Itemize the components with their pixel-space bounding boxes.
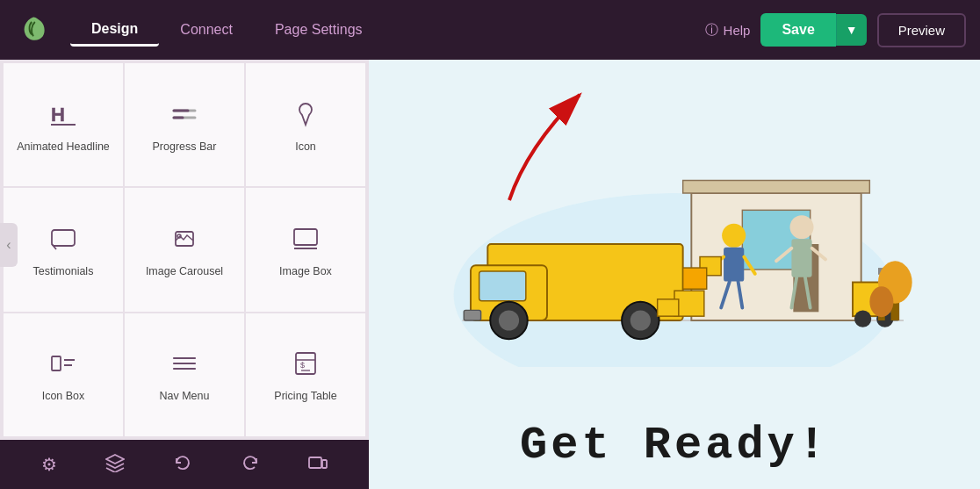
svg-point-64 (869, 286, 893, 317)
widget-progress-bar-label: Progress Bar (153, 140, 217, 154)
svg-rect-24 (322, 460, 327, 468)
widget-icon-box-label: Icon Box (42, 389, 85, 403)
svg-rect-60 (658, 299, 679, 316)
nav-right: ⓘ Help Save ▼ Preview (705, 13, 966, 47)
get-ready-heading: Get Ready! (520, 420, 829, 471)
nav-tabs: Design Connect Page Settings (70, 14, 705, 47)
svg-rect-6 (52, 230, 75, 246)
svg-rect-10 (294, 229, 317, 245)
svg-marker-22 (106, 455, 124, 464)
widget-testimonials[interactable]: Testimonials (4, 188, 123, 311)
widget-image-box[interactable]: Image Box (246, 188, 365, 311)
save-button[interactable]: Save (760, 13, 835, 47)
image-box-icon (292, 225, 320, 257)
right-content: Get Ready! (369, 60, 980, 489)
svg-point-47 (789, 215, 813, 239)
progress-bar-icon (170, 100, 198, 133)
svg-marker-31 (683, 181, 870, 194)
icon-box-icon (49, 349, 77, 382)
svg-rect-35 (464, 310, 480, 320)
widget-progress-bar[interactable]: Progress Bar (125, 63, 244, 186)
redo-tool[interactable] (234, 446, 267, 484)
main-content: H Animated Headline Progress Bar (0, 60, 980, 489)
svg-rect-23 (309, 457, 321, 468)
svg-text:H: H (51, 104, 65, 126)
tab-connect[interactable]: Connect (159, 15, 254, 45)
tab-design[interactable]: Design (70, 14, 159, 47)
tab-page-settings[interactable]: Page Settings (254, 15, 384, 45)
svg-point-39 (631, 310, 651, 330)
svg-rect-48 (791, 239, 811, 277)
widget-animated-headline-label: Animated Headline (17, 140, 110, 154)
widget-icon-label: Icon (295, 140, 316, 154)
preview-button[interactable]: Preview (877, 13, 966, 47)
animated-headline-icon: H (49, 100, 77, 133)
widget-icon[interactable]: Icon (246, 63, 365, 186)
widget-image-carousel-label: Image Carousel (146, 264, 223, 278)
widget-testimonials-label: Testimonials (33, 264, 94, 278)
svg-line-7 (52, 244, 56, 249)
bottom-text-area: Get Ready! (369, 411, 980, 489)
top-navigation: Design Connect Page Settings ⓘ Help Save… (0, 0, 980, 60)
svg-rect-12 (52, 356, 61, 370)
left-panel: H Animated Headline Progress Bar (0, 60, 369, 489)
logo (14, 11, 53, 49)
widget-pricing-table-label: Pricing Table (274, 389, 336, 403)
truck-illustration (420, 121, 929, 367)
svg-point-37 (499, 310, 519, 330)
save-dropdown-button[interactable]: ▼ (836, 14, 867, 46)
svg-rect-34 (479, 271, 526, 301)
widget-animated-headline[interactable]: H Animated Headline (4, 63, 123, 186)
icon-widget-icon (292, 100, 320, 133)
widget-nav-menu-label: Nav Menu (160, 389, 210, 403)
svg-point-40 (722, 224, 746, 248)
help-button[interactable]: ⓘ Help (705, 22, 751, 39)
svg-point-56 (854, 310, 871, 327)
widget-image-box-label: Image Box (279, 264, 332, 278)
nav-menu-icon (170, 349, 198, 382)
bottom-toolbar: ⚙ (0, 440, 369, 489)
panel-collapse-handle[interactable]: ‹ (0, 223, 18, 267)
widget-image-carousel[interactable]: Image Carousel (125, 188, 244, 311)
help-circle-icon: ⓘ (705, 22, 718, 39)
settings-tool[interactable]: ⚙ (34, 447, 64, 482)
image-carousel-icon (170, 225, 198, 257)
layers-tool[interactable] (98, 446, 132, 484)
widget-icon-box[interactable]: Icon Box (4, 313, 123, 436)
svg-rect-59 (683, 268, 707, 289)
testimonials-icon (49, 225, 77, 257)
pricing-table-icon: $ (292, 349, 320, 382)
widget-nav-menu[interactable]: Nav Menu (125, 313, 244, 436)
history-tool[interactable] (166, 446, 199, 484)
illustration-area (369, 60, 980, 411)
widget-pricing-table[interactable]: $ Pricing Table (246, 313, 365, 436)
svg-text:$: $ (300, 361, 305, 370)
save-button-group: Save ▼ (760, 13, 866, 47)
responsive-tool[interactable] (301, 446, 335, 484)
svg-rect-41 (724, 248, 744, 282)
widgets-grid: H Animated Headline Progress Bar (0, 60, 369, 440)
